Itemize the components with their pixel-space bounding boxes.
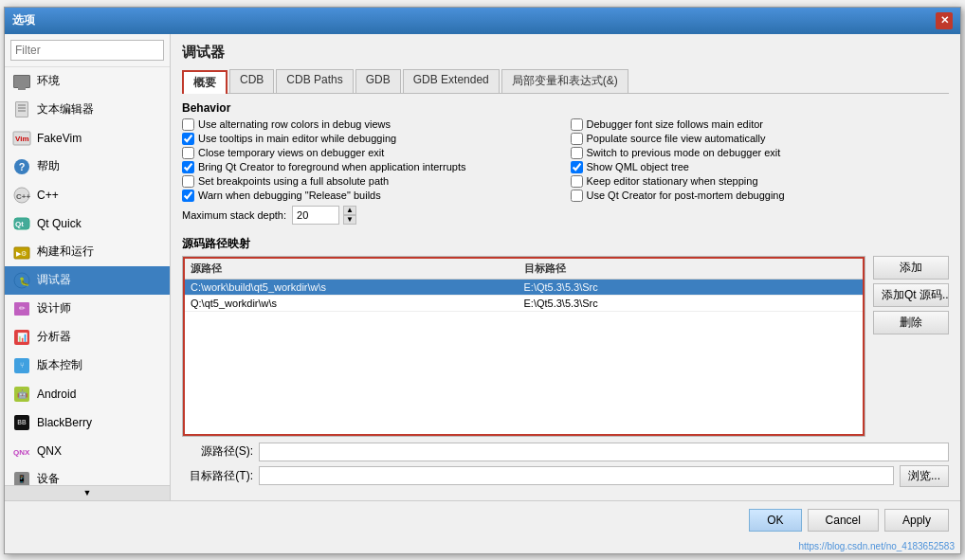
checkbox-switch-prev-mode-label: Switch to previous mode on debugger exit (587, 147, 781, 158)
svg-text:🐛: 🐛 (19, 276, 30, 287)
checkbox-alt-row-colors[interactable]: Use alternating row colors in debug view… (182, 118, 561, 131)
tab-overview[interactable]: 概要 (182, 70, 228, 94)
checkbox-bring-qt-foreground[interactable]: Bring Qt Creator to foreground when appl… (182, 161, 561, 173)
checkbox-keep-editor-stationary-input[interactable] (571, 175, 583, 188)
stack-depth-input[interactable] (292, 206, 339, 225)
target-path-input[interactable] (259, 466, 894, 485)
row-source: C:\work\build\qt5_workdir\w\s (191, 281, 524, 293)
tab-cdb-paths[interactable]: CDB Paths (276, 69, 353, 93)
source-path-input[interactable] (259, 443, 949, 461)
sidebar-item-env[interactable]: 环境 (5, 67, 170, 96)
help-icon: ? (12, 157, 31, 176)
checkbox-warn-release[interactable]: Warn when debugging "Release" builds (182, 190, 561, 202)
sidebar-item-label: 设备 (37, 471, 60, 485)
sidebar-item-android[interactable]: 🤖 Android (5, 380, 170, 408)
filter-box (5, 34, 170, 67)
sidebar-item-label: 版本控制 (37, 357, 82, 373)
checkbox-set-breakpoints[interactable]: Set breakpoints using a full absolute pa… (182, 175, 561, 188)
checkbox-bring-qt-foreground-label: Bring Qt Creator to foreground when appl… (198, 161, 466, 172)
spinner-down[interactable]: ▼ (343, 215, 356, 225)
checkbox-close-temp-views[interactable]: Close temporary views on debugger exit (182, 147, 561, 159)
sidebar-item-label: 构建和运行 (37, 244, 94, 260)
sidebar-item-designer[interactable]: ✏ 设计师 (5, 295, 170, 323)
browse-button[interactable]: 浏览... (900, 465, 949, 487)
sidebar-item-debugger[interactable]: 🐛 调试器 (5, 266, 170, 295)
checkbox-show-qml-tree[interactable]: Show QML object tree (571, 161, 950, 173)
checkbox-close-temp-views-input[interactable] (182, 147, 194, 159)
svg-text:QNX: QNX (13, 448, 30, 457)
watermark: https://blog.csdn.net/no_4183652583 (5, 539, 960, 553)
monitor-icon (12, 72, 31, 91)
sidebar-item-analyzer[interactable]: 📊 分析器 (5, 323, 170, 352)
checkbox-close-temp-views-label: Close temporary views on debugger exit (198, 147, 384, 158)
sidebar: 环境 文本编辑器 Vim FakeVim ? 帮助 (5, 34, 171, 500)
table-row[interactable]: Q:\qt5_workdir\w\s E:\Qt5.3\5.3\Src (185, 296, 863, 312)
checkbox-debugger-font[interactable]: Debugger font size follows main editor (571, 118, 950, 131)
debug-icon: 🐛 (12, 271, 31, 290)
checkbox-tooltips-editor[interactable]: Use tooltips in main editor while debugg… (182, 133, 561, 145)
checkbox-keep-editor-stationary[interactable]: Keep editor stationary when stepping (571, 175, 950, 188)
checkbox-switch-prev-mode[interactable]: Switch to previous mode on debugger exit (571, 147, 950, 159)
titlebar: 选项 ✕ (5, 8, 960, 34)
table-row[interactable]: C:\work\build\qt5_workdir\w\s E:\Qt5.3\5… (185, 280, 863, 296)
checkbox-bring-qt-foreground-input[interactable] (182, 161, 194, 173)
checkbox-debugger-font-label: Debugger font size follows main editor (587, 118, 763, 130)
checkbox-warn-release-input[interactable] (182, 190, 194, 202)
bb-icon: BB (12, 413, 31, 432)
add-qt-source-button[interactable]: 添加Qt 源码... (873, 283, 949, 307)
checkbox-populate-source[interactable]: Populate source file view automatically (571, 133, 950, 145)
checkbox-switch-prev-mode-input[interactable] (571, 147, 583, 159)
sidebar-item-build-run[interactable]: ▶⚙ 构建和运行 (5, 238, 170, 266)
close-button[interactable]: ✕ (936, 12, 953, 29)
table-header: 源路径 目标路径 (185, 259, 863, 280)
sidebar-item-label: Qt Quick (37, 217, 82, 230)
stack-depth-row: Maximum stack depth: ▲ ▼ (182, 206, 949, 225)
apply-button[interactable]: Apply (884, 509, 949, 532)
ok-button[interactable]: OK (749, 509, 801, 532)
spinner-up[interactable]: ▲ (343, 206, 356, 215)
vim-icon: Vim (12, 129, 31, 148)
sidebar-item-device[interactable]: 📱 设备 (5, 465, 170, 485)
checkbox-post-mortem[interactable]: Use Qt Creator for post-mortem debugging (571, 190, 950, 202)
source-path-row: 源路径(S): (182, 443, 949, 461)
tab-cdb[interactable]: CDB (229, 69, 274, 93)
checkbox-populate-source-input[interactable] (571, 133, 583, 145)
filter-input[interactable] (10, 40, 164, 61)
add-button[interactable]: 添加 (873, 256, 949, 280)
checkbox-tooltips-editor-input[interactable] (182, 133, 194, 145)
checkbox-set-breakpoints-label: Set breakpoints using a full absolute pa… (198, 175, 389, 187)
content-area: 环境 文本编辑器 Vim FakeVim ? 帮助 (5, 34, 960, 500)
sidebar-item-label: BlackBerry (37, 416, 92, 429)
sidebar-item-vcs[interactable]: ⑂ 版本控制 (5, 352, 170, 380)
stack-depth-spinner: ▲ ▼ (343, 206, 356, 225)
sidebar-item-text-editor[interactable]: 文本编辑器 (5, 96, 170, 124)
sidebar-item-blackberry[interactable]: BB BlackBerry (5, 408, 170, 437)
sidebar-scroll-down[interactable]: ▼ (5, 485, 170, 500)
checkbox-set-breakpoints-input[interactable] (182, 175, 194, 188)
sidebar-item-label: 调试器 (37, 272, 71, 288)
col-source: 源路径 (191, 262, 524, 276)
target-path-row: 目标路径(T): 浏览... (182, 465, 949, 487)
sidebar-item-qt-quick[interactable]: Qt Qt Quick (5, 209, 170, 238)
source-map-table-inner: 源路径 目标路径 C:\work\build\qt5_workdir\w\s E… (183, 257, 865, 436)
checkbox-show-qml-tree-input[interactable] (571, 161, 583, 173)
tab-locals[interactable]: 局部变量和表达式(&) (501, 69, 628, 93)
delete-button[interactable]: 删除 (873, 311, 949, 334)
checkbox-alt-row-colors-input[interactable] (182, 118, 194, 131)
sidebar-item-qnx[interactable]: QNX QNX (5, 437, 170, 465)
tab-gdb[interactable]: GDB (355, 69, 401, 93)
sidebar-item-fakevim[interactable]: Vim FakeVim (5, 124, 170, 153)
svg-text:Vim: Vim (15, 135, 29, 143)
sidebar-item-label: Android (37, 388, 76, 401)
checkbox-debugger-font-input[interactable] (571, 118, 583, 131)
checkbox-post-mortem-input[interactable] (571, 190, 583, 202)
row-target: E:\Qt5.3\5.3\Src (524, 281, 858, 293)
source-map-section: 源码路径映射 源路径 目标路径 C:\work\build\qt5_workdi… (182, 236, 949, 491)
sidebar-item-help[interactable]: ? 帮助 (5, 153, 170, 181)
designer-icon: ✏ (12, 299, 31, 318)
stack-depth-label: Maximum stack depth: (182, 209, 286, 221)
sidebar-item-cpp[interactable]: C++ C++ (5, 181, 170, 209)
cancel-button[interactable]: Cancel (808, 509, 879, 532)
tab-gdb-extended[interactable]: GDB Extended (403, 69, 500, 93)
source-map-content: 源路径 目标路径 C:\work\build\qt5_workdir\w\s E… (182, 256, 949, 437)
